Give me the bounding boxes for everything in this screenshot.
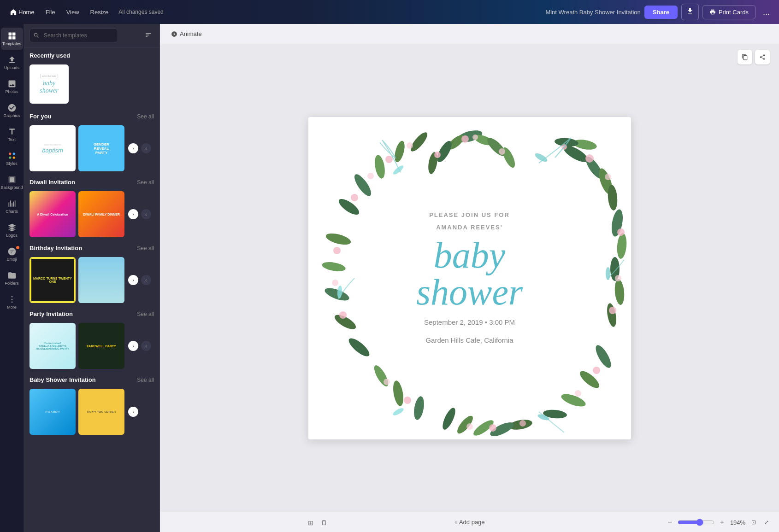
search-bar	[24, 24, 159, 47]
birthday-carousel-next[interactable]: ›	[128, 275, 138, 285]
main-layout: Templates Uploads Photos Graphics Text S…	[0, 24, 779, 532]
card-subtitle-line2: AMANDA REEVES'	[391, 223, 548, 232]
share-button[interactable]: Share	[644, 6, 678, 19]
download-button[interactable]	[681, 4, 699, 20]
birthday-see-all[interactable]: See all	[137, 245, 154, 251]
sidebar-item-background[interactable]: Background	[1, 171, 23, 193]
home-button[interactable]: Home	[6, 6, 39, 18]
svg-rect-2	[8, 36, 12, 40]
canvas-copy-button[interactable]	[738, 50, 752, 64]
zoom-in-button[interactable]: +	[717, 517, 727, 527]
canvas-share-button[interactable]	[755, 50, 770, 64]
sidebar-item-charts[interactable]: Charts	[1, 195, 23, 217]
sidebar-label-text: Text	[8, 137, 16, 142]
sidebar-item-templates[interactable]: Templates	[1, 28, 23, 50]
svg-point-30	[585, 154, 594, 163]
baby-shower-section: Baby Shower Invitation See all	[24, 372, 159, 389]
svg-point-56	[391, 380, 405, 407]
zoom-slider[interactable]	[678, 519, 714, 526]
sidebar-item-styles[interactable]: Styles	[1, 147, 23, 170]
template-card-diwali1[interactable]: A Diwali Celebration	[30, 191, 76, 237]
svg-point-59	[384, 379, 390, 385]
sidebar-item-text[interactable]: Text	[1, 123, 23, 146]
page-grid-button[interactable]: ⊞	[306, 518, 316, 527]
svg-point-62	[323, 286, 350, 303]
sidebar-item-uploads[interactable]: Uploads	[1, 52, 23, 74]
file-button[interactable]: File	[41, 6, 60, 18]
for-you-collapse[interactable]: ‹	[141, 143, 151, 153]
animate-button[interactable]: Animate	[167, 28, 206, 40]
template-card-baby1[interactable]: IT'S A BOY!	[30, 389, 76, 435]
svg-point-69	[351, 172, 374, 198]
birthday-collapse[interactable]: ‹	[141, 275, 151, 285]
for-you-title: For you	[30, 113, 52, 120]
canvas-workspace[interactable]: PLEASE JOIN US FOR AMANDA REEVES' baby s…	[160, 44, 779, 512]
baby-shower-carousel: IT'S A BOY! HAPPY TWO-GETHER ›	[24, 389, 159, 438]
svg-point-50	[454, 413, 475, 435]
zoom-out-button[interactable]: −	[665, 517, 674, 527]
page-notes-button[interactable]: 🗒	[319, 518, 330, 527]
svg-point-77	[534, 152, 549, 163]
for-you-section: For you See all	[24, 108, 159, 125]
party-collapse[interactable]: ‹	[141, 341, 151, 351]
template-card-baptism[interactable]: save the date for baptism	[30, 125, 76, 171]
card-text-overlay: PLEASE JOIN US FOR AMANDA REEVES' baby s…	[391, 210, 548, 346]
svg-point-27	[596, 167, 615, 196]
baby-carousel-next[interactable]: ›	[128, 407, 138, 417]
sidebar-icons: Templates Uploads Photos Graphics Text S…	[0, 24, 24, 532]
svg-rect-9	[10, 177, 14, 182]
sidebar-item-graphics[interactable]: Graphics	[1, 99, 23, 122]
for-you-see-all[interactable]: See all	[137, 113, 154, 120]
template-card-party1[interactable]: You're invited!STELLA & MELODY'SHOUSEWAR…	[30, 323, 76, 369]
template-card-birthday1[interactable]: MARCO TURNS TWENTY ONE	[30, 257, 76, 303]
add-page-button[interactable]: + Add page	[449, 516, 490, 528]
sidebar-item-more[interactable]: More	[1, 291, 23, 313]
template-card-gender-reveal[interactable]: GENDERREVEALPARTY	[78, 125, 124, 171]
svg-point-24	[561, 142, 590, 165]
template-card-diwali2[interactable]: DIWALI FAMILY DINNER	[78, 191, 124, 237]
diwali-collapse[interactable]: ‹	[141, 209, 151, 219]
template-card-birthday2[interactable]	[78, 257, 124, 303]
diwali-header: Diwali Invitation See all	[30, 179, 154, 186]
svg-point-79	[606, 267, 610, 280]
svg-point-60	[346, 335, 372, 359]
svg-point-14	[445, 132, 466, 152]
sidebar-item-emoji[interactable]: Emoji	[1, 243, 23, 265]
svg-point-32	[561, 144, 567, 150]
recently-used-card[interactable]: save the date babyshower	[30, 64, 69, 104]
card-subtitle-line1: PLEASE JOIN US FOR	[391, 210, 548, 219]
svg-point-25	[583, 154, 605, 181]
svg-point-63	[321, 260, 346, 273]
baby-shower-see-all[interactable]: See all	[137, 377, 154, 383]
party-carousel-next[interactable]: ›	[128, 341, 138, 351]
party-see-all[interactable]: See all	[137, 311, 154, 317]
canvas-toolbar: Animate	[160, 24, 779, 44]
fit-to-screen-button[interactable]: ⊡	[749, 518, 759, 526]
diwali-see-all[interactable]: See all	[137, 179, 154, 186]
print-cards-button[interactable]: Print Cards	[702, 5, 755, 19]
more-options-button[interactable]: ...	[759, 4, 773, 20]
svg-point-36	[614, 279, 625, 305]
sidebar-item-folders[interactable]: Folders	[1, 267, 23, 289]
canvas-top-icons	[738, 50, 770, 64]
diwali-carousel-next[interactable]: ›	[128, 209, 138, 219]
template-card-party2[interactable]: FAREWELL PARTY	[78, 323, 124, 369]
for-you-carousel-next[interactable]: ›	[128, 143, 138, 153]
resize-button[interactable]: Resize	[86, 6, 113, 18]
diwali-title: Diwali Invitation	[30, 179, 75, 186]
topbar-right: Mint Wreath Baby Shower Invitation Share…	[545, 4, 773, 20]
filter-button[interactable]	[143, 29, 154, 42]
search-input[interactable]	[30, 29, 118, 42]
view-button[interactable]: View	[62, 6, 84, 18]
zoom-controls: − + 194% ⊡ ⤢	[665, 517, 772, 527]
for-you-carousel: save the date for baptism GENDERREVEALPA…	[24, 125, 159, 174]
sidebar-item-logos[interactable]: Logos	[1, 219, 23, 241]
fullscreen-button[interactable]: ⤢	[761, 518, 772, 526]
card-main-title-line1: baby	[391, 236, 548, 273]
sidebar-item-photos[interactable]: Photos	[1, 76, 23, 98]
svg-point-4	[9, 152, 11, 155]
invitation-card[interactable]: PLEASE JOIN US FOR AMANDA REEVES' baby s…	[308, 117, 631, 439]
template-card-baby2[interactable]: HAPPY TWO-GETHER	[78, 389, 124, 435]
svg-point-31	[605, 174, 611, 180]
svg-point-20	[461, 135, 469, 143]
